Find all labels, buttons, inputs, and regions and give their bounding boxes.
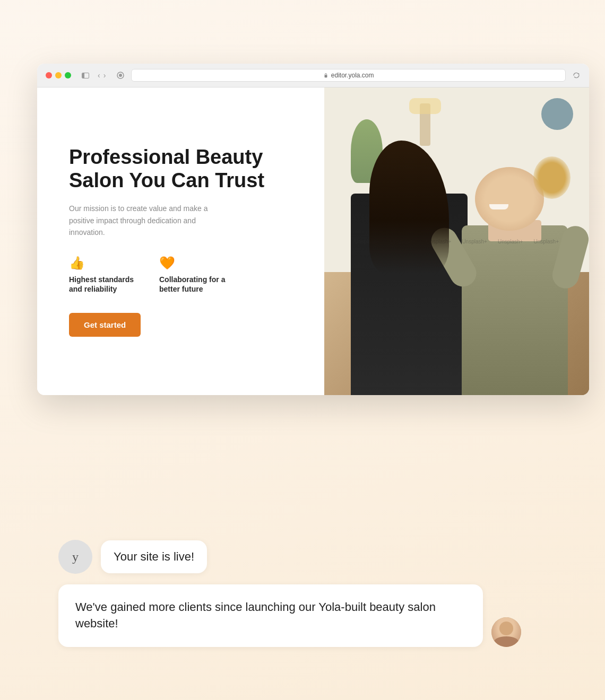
website-right-panel: Unsplash+ Unsplash+ Unsplash+ Unsplash+ …: [324, 88, 589, 395]
svg-point-0: [119, 74, 122, 77]
user-message-row: We've gained more clients since launchin…: [58, 584, 568, 647]
traffic-lights: [46, 72, 71, 78]
hero-title: Professional Beauty Salon You Can Trust: [69, 146, 298, 192]
stylist-head: [475, 167, 544, 231]
back-arrow-icon[interactable]: ‹: [98, 72, 100, 79]
traffic-light-yellow[interactable]: [55, 72, 62, 78]
website-content: Professional Beauty Salon You Can Trust …: [37, 88, 589, 395]
address-bar[interactable]: editor.yola.com: [131, 69, 566, 82]
feature-collaboration: 🧡 Collaborating for a better future: [159, 256, 228, 294]
user-chat-bubble: We've gained more clients since launchin…: [58, 584, 483, 647]
traffic-light-red[interactable]: [46, 72, 52, 78]
user-avatar-image: [491, 617, 521, 647]
forward-arrow-icon[interactable]: ›: [103, 72, 106, 79]
client-head: [380, 151, 433, 204]
sidebar-toggle-icon[interactable]: [82, 73, 89, 78]
chat-section: y Your site is live! We've gained more c…: [37, 519, 589, 668]
browser-chrome: ‹ › editor.yola.com: [37, 64, 589, 88]
yola-message-row: y Your site is live!: [58, 540, 568, 574]
salon-photo: Unsplash+ Unsplash+ Unsplash+ Unsplash+ …: [324, 88, 589, 395]
browser-window: ‹ › editor.yola.com Pr: [37, 64, 589, 395]
yola-chat-bubble: Your site is live!: [101, 540, 207, 573]
yola-avatar: y: [58, 540, 92, 574]
website-left-panel: Professional Beauty Salon You Can Trust …: [37, 88, 324, 395]
traffic-light-green[interactable]: [65, 72, 71, 78]
hero-description: Our mission is to create value and make …: [69, 203, 218, 238]
features-row: 👍 Highest standards and reliability 🧡 Co…: [69, 256, 298, 294]
user-avatar: [491, 617, 521, 647]
url-text: editor.yola.com: [331, 72, 374, 79]
reload-icon[interactable]: [572, 71, 581, 80]
stylist-figure: [451, 119, 578, 395]
svg-rect-2: [324, 75, 327, 77]
get-started-button[interactable]: Get started: [69, 313, 141, 337]
brightness-icon: [116, 71, 125, 80]
feature-standards-label: Highest standards and reliability: [69, 275, 138, 294]
wall-clock: [541, 98, 573, 130]
thumbs-up-icon: 👍: [69, 256, 138, 270]
heart-icon: 🧡: [159, 256, 228, 270]
feature-collaboration-label: Collaborating for a better future: [159, 275, 228, 294]
nav-arrows: ‹ ›: [98, 72, 106, 79]
user-message-text: We've gained more clients since launchin…: [75, 600, 436, 630]
yola-message-text: Your site is live!: [114, 550, 194, 563]
feature-standards: 👍 Highest standards and reliability: [69, 256, 138, 294]
